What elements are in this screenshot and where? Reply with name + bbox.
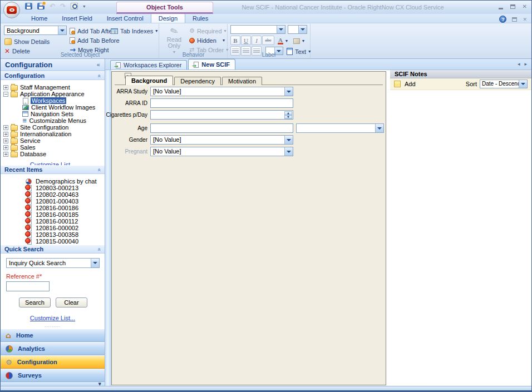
- expand-icon[interactable]: +: [3, 85, 8, 90]
- collapse-pane-icon[interactable]: «: [96, 61, 100, 68]
- font-size-combo[interactable]: [288, 25, 307, 34]
- tree-item-service[interactable]: + Service: [1, 137, 105, 144]
- tree-item-sales[interactable]: + Sales: [1, 144, 105, 151]
- show-details-label: Show Details: [14, 38, 50, 45]
- arra-id-input[interactable]: [150, 98, 293, 108]
- gender-value: [No Value]: [151, 136, 293, 143]
- age-input[interactable]: [150, 123, 293, 133]
- search-button[interactable]: Search: [19, 297, 51, 307]
- underline-button[interactable]: U: [241, 36, 251, 45]
- recent-item-label: Demographics by chat: [36, 178, 96, 185]
- cigarettes-spinner[interactable]: ▲ ▼: [150, 110, 293, 120]
- minimize-button[interactable]: [499, 8, 503, 9]
- recent-item[interactable]: 120802-000463: [1, 191, 105, 198]
- tree-item-workspaces[interactable]: Workspaces: [1, 97, 105, 104]
- tree-item-database[interactable]: + Database: [1, 151, 105, 157]
- close-button[interactable]: ✕: [523, 4, 527, 9]
- tree-item-internationalization[interactable]: + Internationalization: [1, 131, 105, 137]
- document-tab-strip: Workspaces Explorer New SCIF ◂ ▸: [105, 59, 531, 70]
- nav-button-configuration[interactable]: ⚙ Configuration: [1, 355, 105, 369]
- help-icon[interactable]: ?: [499, 16, 506, 23]
- undo-icon[interactable]: ↶: [50, 3, 55, 9]
- customize-list-link[interactable]: Customize List...: [6, 315, 99, 321]
- pregnant-combo[interactable]: [No Value]: [150, 147, 293, 156]
- italic-button[interactable]: I: [252, 36, 262, 45]
- recent-item[interactable]: 120816-000002: [1, 225, 105, 231]
- scroll-right-icon[interactable]: ▸: [524, 61, 527, 67]
- bold-button[interactable]: B: [230, 36, 240, 45]
- section-header-recent-items[interactable]: Recent Items «: [1, 165, 105, 174]
- field-row-age: Age: [112, 123, 384, 133]
- save-as-icon[interactable]: [37, 3, 45, 9]
- design-tab-dependency[interactable]: Dependency: [174, 77, 221, 85]
- ribbon-tab-design[interactable]: Design: [151, 13, 185, 23]
- selected-object-combo[interactable]: Background: [4, 26, 67, 35]
- expand-icon[interactable]: +: [3, 138, 8, 143]
- recent-item[interactable]: 120815-000040: [1, 238, 105, 245]
- tree-item-staff-management[interactable]: + Staff Management: [1, 84, 105, 91]
- tree-item-client-workflow-images[interactable]: Client Workflow Images: [1, 104, 105, 111]
- age-secondary-combo[interactable]: [296, 123, 384, 133]
- tree-item-application-appearance[interactable]: − Application Appearance: [1, 91, 105, 97]
- clear-button[interactable]: Clear: [56, 297, 87, 307]
- design-tab-background[interactable]: Background: [125, 76, 173, 85]
- font-family-combo[interactable]: [230, 25, 285, 34]
- preview-icon[interactable]: [71, 3, 78, 9]
- recent-item[interactable]: 120816-000185: [1, 211, 105, 218]
- doc-tab-workspaces-explorer[interactable]: Workspaces Explorer: [110, 60, 187, 70]
- qat-dropdown-icon[interactable]: ▾: [83, 4, 85, 9]
- section-header-quick-search[interactable]: Quick Search «: [1, 245, 105, 254]
- nav-button-surveys[interactable]: Surveys: [1, 369, 105, 382]
- recent-item[interactable]: 120803-000213: [1, 185, 105, 191]
- recent-item[interactable]: Demographics by chat: [1, 178, 105, 185]
- restore-workspace-icon[interactable]: [512, 17, 517, 22]
- recent-item[interactable]: 120801-000403: [1, 198, 105, 205]
- add-tab-after-button[interactable]: Add Tab After: [70, 27, 114, 35]
- recent-item[interactable]: 120813-000358: [1, 231, 105, 238]
- field-label: Cigarettes p/Day: [97, 112, 147, 118]
- expand-icon[interactable]: +: [3, 145, 8, 150]
- section-header-configuration[interactable]: Configuration «: [1, 71, 105, 80]
- add-tab-before-button[interactable]: Add Tab Before: [70, 36, 120, 44]
- ribbon-tab-home[interactable]: Home: [24, 13, 55, 23]
- sort-combo[interactable]: Date - Descending: [480, 80, 528, 88]
- doc-tab-new-scif[interactable]: New SCIF: [188, 59, 235, 70]
- save-icon[interactable]: [25, 3, 32, 9]
- expand-icon[interactable]: +: [3, 152, 8, 157]
- tree-item-customizable-menus[interactable]: ≡ Customizable Menus: [1, 117, 105, 124]
- spin-down-icon[interactable]: ▼: [284, 115, 292, 119]
- ribbon-tab-insert-field[interactable]: Insert Field: [55, 13, 99, 23]
- recent-item[interactable]: 120816-000186: [1, 205, 105, 211]
- design-tab-motivation[interactable]: Motivation: [222, 77, 262, 85]
- restore-button[interactable]: [510, 4, 515, 9]
- collapse-icon[interactable]: −: [3, 92, 8, 97]
- scroll-left-icon[interactable]: ◂: [518, 61, 520, 67]
- expand-icon[interactable]: +: [3, 125, 8, 130]
- tree-item-navigation-sets[interactable]: Navigation Sets: [1, 111, 105, 117]
- quick-search-type-combo[interactable]: Inquiry Quick Search: [6, 258, 100, 268]
- tab-indexes-button[interactable]: Tab Indexes ▾: [111, 27, 157, 35]
- reference-number-input[interactable]: [6, 281, 50, 291]
- ribbon-tab-insert-control[interactable]: Insert Control: [100, 13, 151, 23]
- add-tab-before-label: Add Tab Before: [77, 37, 120, 44]
- ribbon-tab-rules[interactable]: Rules: [185, 13, 215, 23]
- expand-icon[interactable]: +: [3, 132, 8, 137]
- show-details-button[interactable]: Show Details: [4, 37, 50, 46]
- nav-button-analytics[interactable]: Analytics: [1, 342, 105, 355]
- redo-icon[interactable]: ↷: [60, 3, 66, 9]
- incident-icon: [27, 239, 32, 245]
- fill-color-button[interactable]: ▾: [293, 37, 304, 45]
- tree-item-site-configuration[interactable]: + Site Configuration: [1, 124, 105, 131]
- strikethrough-button[interactable]: abc: [262, 36, 274, 45]
- gender-combo[interactable]: [No Value]: [150, 135, 293, 145]
- application-menu-button[interactable]: [3, 2, 20, 18]
- nav-button-home[interactable]: ⌂ Home: [1, 329, 105, 342]
- recent-item[interactable]: 120816-000112: [1, 218, 105, 225]
- close-workspace-icon[interactable]: ✕: [523, 17, 527, 22]
- spin-up-icon[interactable]: ▲: [284, 111, 292, 115]
- arra-study-combo[interactable]: [No Value]: [150, 87, 293, 96]
- add-note-button[interactable]: Add: [405, 81, 416, 87]
- font-color-button[interactable]: A ▾: [278, 37, 288, 45]
- hidden-button[interactable]: Hidden ▾: [189, 36, 225, 44]
- customize-list-link[interactable]: Customize List...: [1, 161, 105, 165]
